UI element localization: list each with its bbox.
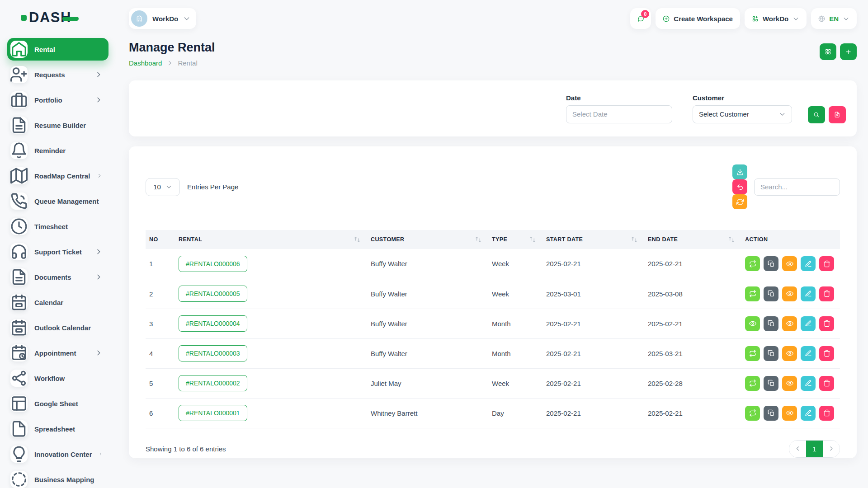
date-filter-input[interactable] — [566, 105, 672, 123]
view-action-button[interactable] — [782, 316, 797, 331]
sidebar-item-outlook-calendar[interactable]: Outlook Calendar — [7, 316, 108, 339]
sidebar-item-appointment[interactable]: Appointment — [7, 342, 108, 364]
pencil-icon — [805, 409, 812, 417]
sort-icon[interactable] — [529, 236, 536, 243]
building-icon — [136, 15, 143, 22]
sidebar-item-spreadsheet[interactable]: Spreadsheet — [7, 418, 108, 440]
column-header-label[interactable]: NO — [149, 236, 158, 243]
edit-action-button[interactable] — [801, 256, 816, 271]
column-header-label[interactable]: START DATE — [546, 236, 583, 243]
sidebar-item-rental[interactable]: Rental — [7, 38, 108, 61]
add-rental-button[interactable] — [840, 43, 857, 60]
convert-action-button[interactable] — [745, 346, 760, 361]
view-action-button[interactable] — [782, 376, 797, 391]
table-row: 5 #RENTALO000002 Juliet May Week 2025-02… — [146, 368, 840, 398]
refresh-button[interactable] — [732, 194, 747, 209]
current-page-button[interactable]: 1 — [806, 441, 823, 457]
sort-icon[interactable] — [475, 236, 482, 243]
workspace-menu-button[interactable]: WorkDo — [745, 8, 807, 29]
sort-icon[interactable] — [354, 236, 361, 243]
sidebar-item-workflow[interactable]: Workflow — [7, 367, 108, 389]
column-header-label[interactable]: ACTION — [745, 236, 768, 243]
repeat-icon — [749, 380, 756, 387]
duplicate-action-button[interactable] — [764, 406, 778, 421]
edit-action-button[interactable] — [801, 346, 816, 361]
rental-code-link[interactable]: #RENTALO000004 — [179, 315, 247, 332]
undo-button[interactable] — [732, 179, 747, 194]
sidebar-item-google-sheet[interactable]: Google Sheet — [7, 392, 108, 415]
sidebar-item-portfolio[interactable]: Portfolio — [7, 89, 108, 111]
delete-action-button[interactable] — [819, 316, 834, 331]
delete-action-button[interactable] — [819, 256, 834, 271]
column-header-label[interactable]: END DATE — [648, 236, 678, 243]
reset-filter-button[interactable] — [829, 106, 846, 123]
entries-per-page-select[interactable]: 10 — [146, 178, 180, 196]
preview-action-button[interactable] — [745, 316, 760, 331]
sidebar-item-label: Google Sheet — [34, 400, 78, 408]
duplicate-action-button[interactable] — [764, 256, 778, 271]
table-search-input[interactable] — [754, 178, 840, 196]
next-page-button[interactable] — [823, 441, 840, 457]
plus-circle-icon — [663, 15, 670, 22]
sidebar-item-business-mapping[interactable]: Business Mapping — [7, 468, 108, 488]
edit-action-button[interactable] — [801, 406, 816, 421]
sidebar-item-innovation-center[interactable]: Innovation Center — [7, 443, 108, 465]
download-icon — [736, 169, 744, 176]
sidebar-item-calendar[interactable]: Calendar — [7, 291, 108, 314]
sidebar-item-documents[interactable]: Documents — [7, 266, 108, 288]
sidebar-item-roadmap-central[interactable]: RoadMap Central — [7, 164, 108, 187]
edit-action-button[interactable] — [801, 286, 816, 301]
convert-action-button[interactable] — [745, 256, 760, 271]
convert-action-button[interactable] — [745, 376, 760, 391]
rental-code-link[interactable]: #RENTALO000005 — [179, 286, 247, 302]
rental-code-link[interactable]: #RENTALO000002 — [179, 375, 247, 391]
messages-button[interactable]: 0 — [630, 8, 651, 29]
sidebar-item-requests[interactable]: Requests — [7, 63, 108, 86]
duplicate-action-button[interactable] — [764, 286, 778, 301]
delete-action-button[interactable] — [819, 376, 834, 391]
dashed-circle-icon — [10, 471, 28, 488]
duplicate-action-button[interactable] — [764, 376, 778, 391]
column-header-label[interactable]: TYPE — [492, 236, 507, 243]
edit-action-button[interactable] — [801, 316, 816, 331]
delete-action-button[interactable] — [819, 346, 834, 361]
layout-grid-button[interactable] — [820, 43, 836, 60]
column-header-label[interactable]: RENTAL — [179, 236, 202, 243]
convert-action-button[interactable] — [745, 286, 760, 301]
chevron-right-icon — [95, 273, 102, 281]
sidebar-item-support-ticket[interactable]: Support Ticket — [7, 240, 108, 263]
copy-icon — [768, 260, 775, 267]
breadcrumb-dashboard-link[interactable]: Dashboard — [129, 59, 162, 67]
rental-code-link[interactable]: #RENTALO000006 — [179, 256, 247, 272]
workspace-chip[interactable]: WorkDo — [129, 8, 196, 29]
column-header-label[interactable]: CUSTOMER — [371, 236, 405, 243]
delete-action-button[interactable] — [819, 286, 834, 301]
sort-icon[interactable] — [631, 236, 638, 243]
view-action-button[interactable] — [782, 256, 797, 271]
language-selector[interactable]: EN — [811, 8, 857, 29]
sidebar-item-reminder[interactable]: Reminder — [7, 139, 108, 162]
pencil-icon — [805, 260, 812, 267]
previous-page-button[interactable] — [789, 441, 806, 457]
sidebar-item-queue-management[interactable]: Queue Management — [7, 190, 108, 212]
chevron-right-icon — [166, 60, 173, 66]
duplicate-action-button[interactable] — [764, 316, 778, 331]
rental-code-link[interactable]: #RENTALO000003 — [179, 345, 247, 361]
view-action-button[interactable] — [782, 286, 797, 301]
duplicate-action-button[interactable] — [764, 346, 778, 361]
sidebar-item-resume-builder[interactable]: Resume Builder — [7, 114, 108, 136]
sort-icon[interactable] — [728, 236, 735, 243]
delete-action-button[interactable] — [819, 406, 834, 421]
chevron-left-icon — [795, 446, 801, 451]
apply-filter-button[interactable] — [808, 106, 825, 123]
export-button[interactable] — [732, 164, 747, 179]
convert-action-button[interactable] — [745, 406, 760, 421]
rental-code-link[interactable]: #RENTALO000001 — [179, 405, 247, 421]
view-action-button[interactable] — [782, 406, 797, 421]
edit-action-button[interactable] — [801, 376, 816, 391]
sidebar-item-timesheet[interactable]: Timesheet — [7, 215, 108, 238]
create-workspace-button[interactable]: Create Workspace — [656, 8, 740, 29]
view-action-button[interactable] — [782, 346, 797, 361]
customer-filter-select[interactable]: Select Customer — [693, 105, 792, 123]
brand-logo[interactable]: DASH — [0, 0, 116, 35]
